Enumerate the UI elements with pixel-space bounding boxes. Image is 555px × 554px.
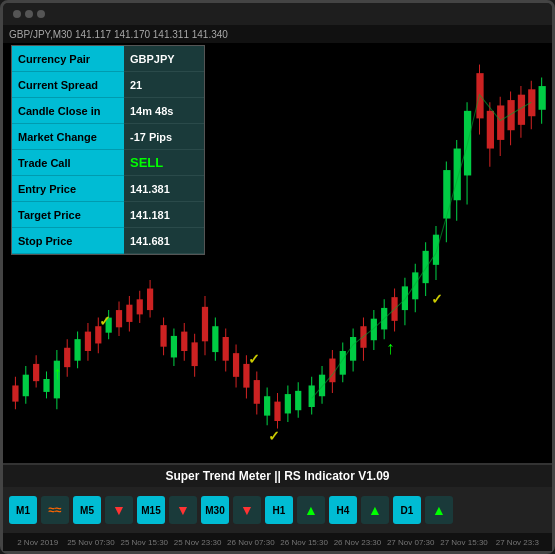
info-row-entry-price: Entry Price 141.381 — [12, 176, 204, 202]
svg-rect-102 — [539, 86, 546, 110]
svg-rect-56 — [295, 391, 301, 410]
btn-m30[interactable]: M30 — [201, 496, 229, 524]
svg-rect-60 — [319, 375, 325, 397]
btn-wave: ≈≈ — [41, 496, 69, 524]
dot2 — [25, 10, 33, 18]
svg-rect-40 — [212, 326, 218, 352]
btn-d1[interactable]: D1 — [393, 496, 421, 524]
svg-rect-12 — [64, 348, 70, 367]
btn-m15[interactable]: M15 — [137, 496, 165, 524]
svg-rect-48 — [254, 380, 260, 404]
signal-check-4: ✓ — [431, 291, 443, 307]
btn-h1[interactable]: H1 — [265, 496, 293, 524]
svg-rect-66 — [350, 337, 356, 361]
timeline-label-9: 27 Nov 23:3 — [491, 538, 544, 547]
svg-rect-4 — [23, 375, 29, 397]
chart-title-bar: GBP/JPY,M30 141.117 141.170 141.311 141.… — [3, 25, 552, 43]
signal-up-1: ↑ — [53, 363, 62, 384]
svg-rect-52 — [274, 402, 280, 421]
svg-rect-34 — [181, 332, 187, 351]
svg-rect-76 — [402, 286, 408, 310]
arrow-down-icon-3: ▼ — [240, 502, 254, 518]
btn-h4-arrow: ▲ — [361, 496, 389, 524]
svg-rect-38 — [202, 307, 208, 341]
svg-rect-22 — [116, 310, 122, 327]
label-market-change: Market Change — [12, 124, 124, 150]
btn-m5-arrow: ▼ — [105, 496, 133, 524]
timeline-label-4: 26 Nov 07:30 — [224, 538, 277, 547]
value-candle-close: 14m 48s — [124, 98, 204, 124]
value-target-price: 141.181 — [124, 202, 204, 228]
info-row-spread: Current Spread 21 — [12, 72, 204, 98]
label-target-price: Target Price — [12, 202, 124, 228]
info-row-candle-close: Candle Close in 14m 48s — [12, 98, 204, 124]
btn-d1-arrow: ▲ — [425, 496, 453, 524]
main-window: GBP/JPY,M30 141.117 141.170 141.311 141.… — [0, 0, 555, 554]
value-stop-price: 141.681 — [124, 228, 204, 254]
timeline-label-3: 25 Nov 23:30 — [171, 538, 224, 547]
svg-rect-28 — [147, 289, 153, 311]
signal-check-1: ✓ — [99, 313, 111, 329]
title-bar — [3, 3, 552, 25]
svg-rect-62 — [329, 359, 335, 383]
indicator-buttons-row: M1 ≈≈ M5 ▼ M15 ▼ M30 ▼ H1 ▲ H4 ▲ D1 ▲ — [3, 487, 552, 533]
svg-rect-78 — [412, 272, 418, 299]
label-spread: Current Spread — [12, 72, 124, 98]
dot1 — [13, 10, 21, 18]
svg-rect-16 — [85, 332, 91, 351]
info-row-stop-price: Stop Price 141.681 — [12, 228, 204, 254]
timeline-label-0: 2 Nov 2019 — [11, 538, 64, 547]
timeline-bar: 2 Nov 2019 25 Nov 07:30 25 Nov 15:30 25 … — [3, 533, 552, 551]
btn-h1-arrow: ▲ — [297, 496, 325, 524]
svg-rect-30 — [160, 325, 166, 347]
svg-rect-100 — [528, 89, 535, 116]
svg-rect-94 — [497, 105, 504, 139]
label-stop-price: Stop Price — [12, 228, 124, 254]
btn-m15-arrow: ▼ — [169, 496, 197, 524]
indicator-bar: Super Trend Meter || RS Indicator V1.09 … — [3, 463, 552, 533]
arrow-up-icon-1: ▲ — [304, 502, 318, 518]
timeline-label-2: 25 Nov 15:30 — [118, 538, 171, 547]
info-row-target-price: Target Price 141.181 — [12, 202, 204, 228]
svg-rect-50 — [264, 396, 270, 415]
svg-rect-24 — [126, 305, 132, 322]
indicator-title: Super Trend Meter || RS Indicator V1.09 — [3, 465, 552, 487]
signal-check-3: ✓ — [268, 428, 280, 444]
signal-check-2: ✓ — [248, 351, 260, 367]
svg-rect-32 — [171, 336, 177, 358]
svg-rect-36 — [192, 342, 198, 366]
timeline-label-5: 26 Nov 15:30 — [277, 538, 330, 547]
info-panel: Currency Pair GBPJPY Current Spread 21 C… — [11, 45, 205, 255]
btn-h4[interactable]: H4 — [329, 496, 357, 524]
svg-rect-8 — [43, 379, 49, 392]
svg-rect-46 — [243, 364, 249, 388]
value-entry-price: 141.381 — [124, 176, 204, 202]
arrow-up-icon-3: ▲ — [432, 502, 446, 518]
svg-rect-44 — [233, 353, 239, 377]
label-trade-call: Trade Call — [12, 150, 124, 176]
chart-area: GBP/JPY,M30 141.117 141.170 141.311 141.… — [3, 25, 552, 463]
svg-rect-14 — [74, 339, 80, 361]
arrow-down-icon-2: ▼ — [176, 502, 190, 518]
dot3 — [37, 10, 45, 18]
value-trade-call: SELL — [124, 150, 204, 176]
wave-icon: ≈≈ — [48, 503, 61, 517]
btn-m1[interactable]: M1 — [9, 496, 37, 524]
value-spread: 21 — [124, 72, 204, 98]
signal-up-2: ↑ — [386, 338, 395, 359]
svg-rect-84 — [443, 170, 450, 218]
timeline-label-6: 26 Nov 23:30 — [331, 538, 384, 547]
timeline-label-8: 27 Nov 15:30 — [437, 538, 490, 547]
info-row-currency: Currency Pair GBPJPY — [12, 46, 204, 72]
svg-rect-80 — [423, 251, 429, 283]
svg-rect-2 — [12, 385, 18, 401]
svg-rect-42 — [223, 337, 229, 361]
svg-rect-86 — [454, 149, 461, 201]
svg-rect-6 — [33, 364, 39, 381]
label-currency: Currency Pair — [12, 46, 124, 72]
timeline-label-1: 25 Nov 07:30 — [64, 538, 117, 547]
btn-m5[interactable]: M5 — [73, 496, 101, 524]
info-row-market-change: Market Change -17 Pips — [12, 124, 204, 150]
svg-rect-92 — [487, 111, 494, 149]
label-entry-price: Entry Price — [12, 176, 124, 202]
